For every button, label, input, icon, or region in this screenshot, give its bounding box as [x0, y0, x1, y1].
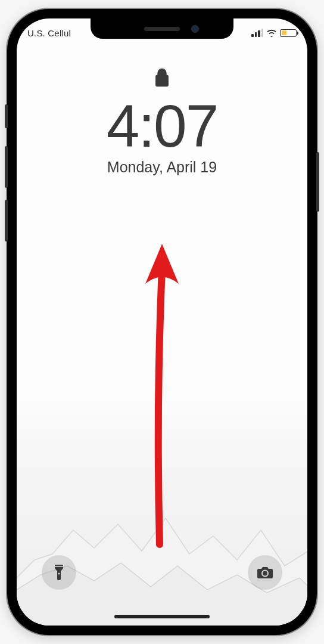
- volume-down-button[interactable]: [5, 200, 8, 242]
- battery-icon: [280, 29, 297, 37]
- cellular-signal-icon: [251, 29, 263, 37]
- svg-rect-0: [157, 76, 167, 86]
- notch: [91, 18, 233, 39]
- camera-icon: [256, 565, 274, 580]
- carrier-label: U.S. Cellul: [27, 28, 71, 38]
- flashlight-button[interactable]: [42, 555, 76, 590]
- earpiece-speaker: [144, 27, 180, 31]
- svg-rect-1: [55, 566, 63, 568]
- date-label: Monday, April 19: [17, 159, 307, 176]
- front-camera: [191, 25, 199, 33]
- svg-point-2: [58, 573, 60, 575]
- iphone-device-frame: U.S. Cellul 4:07 Monday, A: [7, 9, 317, 635]
- camera-button[interactable]: [248, 555, 282, 590]
- flashlight-icon: [52, 564, 66, 581]
- battery-fill: [282, 30, 286, 35]
- wifi-icon: [266, 29, 277, 37]
- mute-switch[interactable]: [5, 104, 8, 128]
- lock-icon: [154, 67, 170, 88]
- side-power-button[interactable]: [316, 152, 319, 212]
- clock-time: 4:07: [17, 95, 307, 157]
- lock-screen[interactable]: U.S. Cellul 4:07 Monday, A: [17, 18, 307, 626]
- status-right-cluster: [251, 29, 297, 37]
- volume-up-button[interactable]: [5, 146, 8, 188]
- wallpaper-mountains: [17, 470, 307, 626]
- home-indicator[interactable]: [114, 615, 210, 618]
